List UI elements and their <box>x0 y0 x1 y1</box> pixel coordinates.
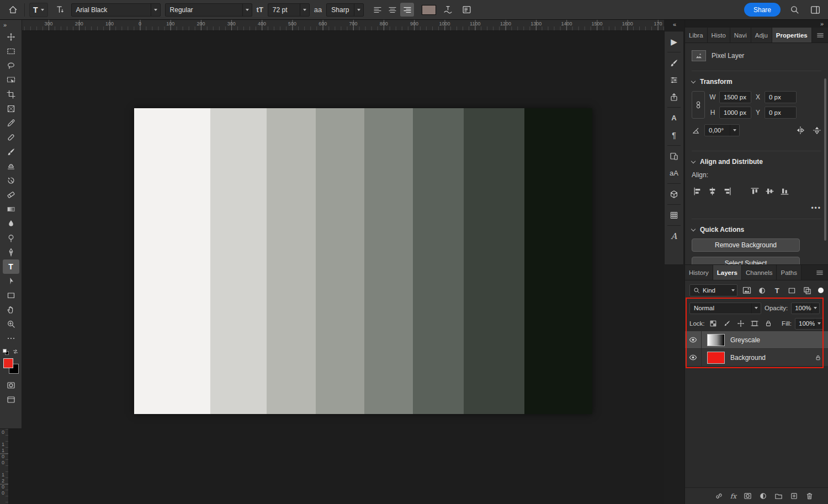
rectangle-tool[interactable] <box>3 288 19 303</box>
gradient-tool[interactable] <box>3 202 19 216</box>
width-field[interactable]: 1500 px <box>719 91 751 103</box>
blend-mode-select[interactable]: Normal <box>689 303 761 314</box>
brush-settings-panel-icon[interactable] <box>666 72 682 88</box>
layer-row-background[interactable]: Background <box>685 349 828 367</box>
filter-shape-layers-icon[interactable] <box>787 285 798 296</box>
delete-layer-icon[interactable] <box>805 492 814 500</box>
toolbar-expand-icon[interactable]: » <box>0 21 7 30</box>
zoom-tool[interactable] <box>3 317 19 331</box>
text-color-swatch[interactable] <box>422 5 436 15</box>
brush-tool[interactable] <box>3 145 19 159</box>
frame-tool[interactable] <box>3 102 19 116</box>
collapse-panels-icon[interactable]: « <box>673 21 676 28</box>
marquee-tool[interactable] <box>3 44 19 59</box>
rotation-field[interactable]: 0,00° <box>704 124 740 136</box>
lock-all-icon[interactable] <box>763 319 774 329</box>
document-canvas[interactable] <box>134 108 592 414</box>
blur-tool[interactable] <box>3 216 19 231</box>
layer-row-greyscale[interactable]: Greyscale <box>685 331 828 349</box>
toggle-panels-button[interactable] <box>459 3 474 17</box>
home-button[interactable] <box>6 3 20 17</box>
align-center-button[interactable] <box>385 3 399 17</box>
height-field[interactable]: 1000 px <box>719 107 751 119</box>
properties-scrollbar[interactable] <box>824 78 826 241</box>
tab-paths[interactable]: Paths <box>777 265 801 280</box>
transform-header[interactable]: Transform <box>692 78 821 86</box>
tab-properties[interactable]: Properties <box>772 28 812 43</box>
glyphs-panel-icon[interactable]: aA <box>666 165 682 181</box>
align-bottom-edges-icon[interactable] <box>779 185 790 197</box>
layer-locked-icon[interactable] <box>815 354 821 361</box>
opacity-field[interactable]: 100% <box>791 303 820 314</box>
lock-image-pixels-icon[interactable] <box>722 319 733 329</box>
history-brush-tool[interactable] <box>3 173 19 188</box>
flip-horizontal-icon[interactable] <box>796 126 805 135</box>
layer-name[interactable]: Background <box>730 354 766 362</box>
new-layer-icon[interactable] <box>790 492 798 500</box>
object-selection-tool[interactable] <box>3 73 19 87</box>
new-adjustment-layer-icon[interactable] <box>759 492 767 500</box>
panel-menu-icon[interactable] <box>812 28 828 43</box>
align-right-edges-icon[interactable] <box>721 185 733 197</box>
layer-thumbnail[interactable] <box>707 352 725 364</box>
filtering-toggle-icon[interactable] <box>818 288 824 293</box>
link-dimensions-icon[interactable] <box>692 91 705 119</box>
character-panel-icon[interactable]: A <box>666 110 682 126</box>
align-more-icon[interactable]: ••• <box>692 204 821 212</box>
tool-preset-dropdown[interactable]: T <box>29 3 48 17</box>
crop-tool[interactable] <box>3 87 19 102</box>
tab-adjustments[interactable]: Adju <box>751 28 772 43</box>
align-header[interactable]: Align and Distribute <box>692 158 821 166</box>
layer-styles-icon[interactable]: fx <box>730 492 736 500</box>
anti-alias-select[interactable]: Sharp <box>326 3 364 17</box>
layer-name[interactable]: Greyscale <box>730 336 760 344</box>
link-layers-icon[interactable] <box>715 492 723 500</box>
paragraph-panel-icon[interactable]: ¶ <box>666 127 682 143</box>
align-right-button[interactable] <box>400 3 414 17</box>
eraser-tool[interactable] <box>3 188 19 202</box>
quick-actions-header[interactable]: Quick Actions <box>692 226 821 234</box>
tab-navigator[interactable]: Navi <box>730 28 751 43</box>
add-layer-mask-icon[interactable] <box>744 492 752 500</box>
default-colors-icon[interactable] <box>3 349 9 355</box>
tab-libraries[interactable]: Libra <box>685 28 708 43</box>
search-icon[interactable] <box>787 3 802 17</box>
layer-thumbnail[interactable] <box>707 334 725 346</box>
horizontal-ruler[interactable]: 3002001000100200300400500600700800900100… <box>9 20 664 31</box>
path-selection-tool[interactable] <box>3 274 19 288</box>
quick-mask-button[interactable] <box>3 378 19 392</box>
select-subject-button[interactable]: Select Subject <box>692 257 800 265</box>
lasso-tool[interactable] <box>3 59 19 73</box>
new-group-icon[interactable] <box>774 492 783 500</box>
visibility-eye-icon[interactable] <box>685 349 702 366</box>
screen-mode-button[interactable] <box>3 392 19 407</box>
hand-tool[interactable] <box>3 303 19 317</box>
filter-pixel-layers-icon[interactable] <box>741 285 752 296</box>
lock-position-icon[interactable] <box>736 319 746 329</box>
tab-histogram[interactable]: Histo <box>708 28 730 43</box>
filter-adjustment-layers-icon[interactable] <box>756 285 767 296</box>
3d-panel-icon[interactable] <box>666 186 682 202</box>
patterns-panel-icon[interactable] <box>666 207 682 223</box>
filter-smart-objects-icon[interactable] <box>802 285 813 296</box>
font-family-select[interactable]: Arial Black <box>71 3 161 17</box>
share-button[interactable]: Share <box>744 3 781 17</box>
font-size-select[interactable]: 72 pt <box>268 3 310 17</box>
type-tool[interactable]: T <box>3 259 19 274</box>
healing-brush-tool[interactable] <box>3 130 19 145</box>
edit-toolbar-button[interactable] <box>3 331 19 346</box>
device-preview-panel-icon[interactable] <box>666 148 682 164</box>
flip-vertical-icon[interactable] <box>813 126 821 135</box>
font-style-select[interactable]: Regular <box>165 3 252 17</box>
swap-colors-icon[interactable] <box>12 348 19 355</box>
lock-artboard-icon[interactable] <box>750 319 760 329</box>
canvas-area[interactable] <box>9 31 664 504</box>
layer-filter-select[interactable]: Kind <box>689 284 737 296</box>
align-left-button[interactable] <box>370 3 384 17</box>
align-horizontal-centers-icon[interactable] <box>707 185 718 197</box>
plugins-panel-icon[interactable]: ▶ <box>666 34 682 50</box>
styles-panel-icon[interactable]: A <box>666 228 682 244</box>
fill-field[interactable]: 100% <box>795 318 824 330</box>
pen-tool[interactable] <box>3 245 19 259</box>
align-left-edges-icon[interactable] <box>692 185 703 197</box>
